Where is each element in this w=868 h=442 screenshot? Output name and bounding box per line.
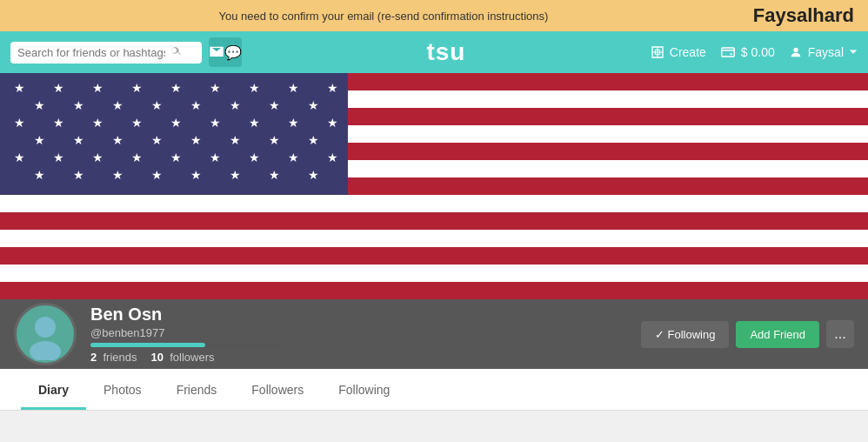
balance-button[interactable]: $ 0.00 xyxy=(720,45,775,59)
svg-text:★: ★ xyxy=(190,133,202,147)
profile-actions: ✓ Following Add Friend ... xyxy=(641,320,854,348)
profile-progress-bar xyxy=(90,343,282,347)
svg-text:★: ★ xyxy=(53,116,64,130)
svg-rect-7 xyxy=(0,195,868,212)
profile-progress-fill xyxy=(90,343,205,347)
search-input[interactable] xyxy=(17,46,165,59)
tab-diary-label: Diary xyxy=(38,383,69,397)
svg-text:★: ★ xyxy=(190,168,202,182)
profile-stats: 2 friends 10 followers xyxy=(90,351,641,364)
balance-label: $ 0.00 xyxy=(741,45,775,59)
site-logo: tsu xyxy=(426,38,465,66)
svg-text:★: ★ xyxy=(269,168,280,182)
nav-right: Create $ 0.00 Faysal xyxy=(651,45,858,59)
svg-text:★: ★ xyxy=(34,168,45,182)
svg-text:★: ★ xyxy=(34,133,45,147)
svg-text:★: ★ xyxy=(249,81,260,95)
svg-text:★: ★ xyxy=(14,116,25,130)
flag-image: ★★★★★★★★★ ★★★★★★★★ ★★★★★★★★★ ★★★★★★★★ ★★… xyxy=(0,73,868,299)
svg-text:★: ★ xyxy=(230,98,241,112)
svg-text:★: ★ xyxy=(131,81,143,95)
notification-message: You need to confirm your email (re-send … xyxy=(218,10,548,23)
profile-bar: Ben Osn @benben1977 2 friends 10 followe… xyxy=(0,299,868,369)
svg-rect-8 xyxy=(0,230,868,247)
svg-rect-9 xyxy=(0,265,868,282)
followers-label: followers xyxy=(170,351,214,364)
tab-friends-label: Friends xyxy=(177,383,217,397)
profile-info: Ben Osn @benben1977 2 friends 10 followe… xyxy=(90,305,641,364)
tab-followers-label: Followers xyxy=(251,383,304,397)
svg-text:★: ★ xyxy=(210,81,221,95)
svg-text:★: ★ xyxy=(170,81,182,95)
svg-text:★: ★ xyxy=(327,116,338,130)
message-icon: 💬 xyxy=(224,44,242,61)
svg-text:★: ★ xyxy=(53,151,64,164)
user-label: Faysal xyxy=(808,45,844,59)
svg-text:★: ★ xyxy=(170,151,182,164)
search-icon xyxy=(170,45,183,60)
svg-text:★: ★ xyxy=(288,81,299,95)
svg-text:★: ★ xyxy=(151,98,163,112)
profile-name: Ben Osn xyxy=(90,305,641,325)
friends-count: 2 xyxy=(90,351,97,364)
svg-text:★: ★ xyxy=(210,116,221,130)
svg-text:★: ★ xyxy=(230,133,241,147)
create-label: Create xyxy=(670,45,706,59)
svg-text:★: ★ xyxy=(112,98,124,112)
svg-text:★: ★ xyxy=(170,116,182,130)
friends-label: friends xyxy=(103,351,137,364)
chevron-down-icon xyxy=(849,48,858,57)
svg-text:★: ★ xyxy=(269,133,280,147)
create-button[interactable]: Create xyxy=(651,45,706,59)
more-options-button[interactable]: ... xyxy=(826,320,854,348)
svg-text:★: ★ xyxy=(288,151,299,164)
svg-text:★: ★ xyxy=(190,98,202,112)
svg-text:★: ★ xyxy=(92,151,103,164)
tab-following[interactable]: Following xyxy=(321,372,407,410)
svg-text:★: ★ xyxy=(210,151,221,164)
tab-diary[interactable]: Diary xyxy=(21,372,86,410)
followers-count: 10 xyxy=(151,351,164,364)
svg-point-63 xyxy=(30,341,61,360)
svg-text:★: ★ xyxy=(230,168,241,182)
svg-point-62 xyxy=(35,317,56,338)
tab-photos[interactable]: Photos xyxy=(86,372,159,410)
svg-text:★: ★ xyxy=(327,81,338,95)
tabs-bar: Diary Photos Friends Followers Following xyxy=(0,369,868,411)
tab-friends[interactable]: Friends xyxy=(159,372,235,410)
logo-container: tsu xyxy=(249,38,644,66)
svg-text:★: ★ xyxy=(92,81,103,95)
cover-photo: ★★★★★★★★★ ★★★★★★★★ ★★★★★★★★★ ★★★★★★★★ ★★… xyxy=(0,73,868,299)
svg-text:★: ★ xyxy=(151,168,163,182)
svg-rect-0 xyxy=(722,48,735,57)
svg-text:★: ★ xyxy=(14,151,25,164)
svg-text:★: ★ xyxy=(151,133,163,147)
svg-text:★: ★ xyxy=(73,98,84,112)
notification-text: You need to confirm your email (re-send … xyxy=(14,10,753,23)
svg-text:★: ★ xyxy=(53,81,64,95)
svg-text:★: ★ xyxy=(249,116,260,130)
svg-point-2 xyxy=(793,48,798,52)
svg-text:★: ★ xyxy=(92,116,103,130)
messages-button[interactable]: 💬 xyxy=(209,37,242,67)
svg-text:★: ★ xyxy=(112,133,124,147)
svg-text:★: ★ xyxy=(131,116,143,130)
following-button[interactable]: ✓ Following xyxy=(641,321,730,348)
user-menu-button[interactable]: Faysal xyxy=(789,45,858,59)
svg-text:★: ★ xyxy=(112,168,124,182)
svg-text:★: ★ xyxy=(249,151,260,164)
tab-photos-label: Photos xyxy=(103,383,142,397)
profile-handle: @benben1977 xyxy=(90,326,641,339)
svg-text:★: ★ xyxy=(308,133,319,147)
svg-text:★: ★ xyxy=(308,168,319,182)
add-friend-button[interactable]: Add Friend xyxy=(736,321,819,348)
svg-text:★: ★ xyxy=(131,151,143,164)
tab-followers[interactable]: Followers xyxy=(234,372,321,410)
svg-text:★: ★ xyxy=(327,151,338,164)
notification-bar: You need to confirm your email (re-send … xyxy=(0,0,868,31)
svg-text:★: ★ xyxy=(269,98,280,112)
svg-point-1 xyxy=(730,53,731,55)
avatar xyxy=(14,303,77,365)
svg-text:★: ★ xyxy=(73,168,84,182)
friends-stat: 2 friends xyxy=(90,351,137,364)
